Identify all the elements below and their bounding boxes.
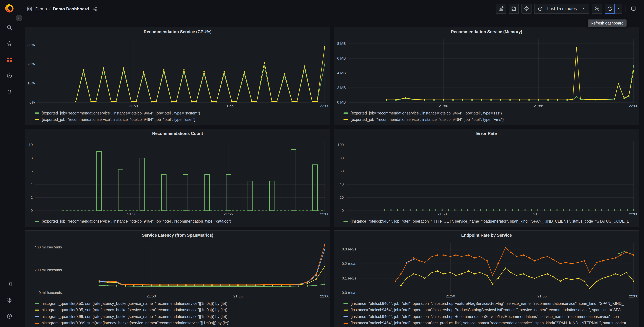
panel: Error Rate02040608010021:5021:5522:00{in… <box>334 128 639 227</box>
legend-series-color <box>344 119 348 120</box>
panel-title[interactable]: Error Rate <box>334 129 639 138</box>
legend-series-label: {exported_job="recommendationservice", i… <box>42 220 231 224</box>
time-series-chart[interactable]: 0 milliseconds200 milliseconds400 millis… <box>25 240 330 299</box>
panel: Endpoint Rate by Service0.0 req/s0.1 req… <box>334 230 639 327</box>
svg-text:21:55: 21:55 <box>538 294 547 298</box>
time-series-chart[interactable]: 02040608010021:5021:5522:00 <box>334 138 639 217</box>
svg-text:2 MB: 2 MB <box>337 86 346 90</box>
panel-title[interactable]: Recommendation Service (Memory) <box>334 27 639 36</box>
legend-item[interactable]: {instance="otelcol:9464", job="otel", op… <box>344 320 636 326</box>
svg-text:0.0 req/s: 0.0 req/s <box>342 290 356 295</box>
svg-text:2: 2 <box>31 196 33 200</box>
alerting-bell-icon[interactable] <box>0 84 19 100</box>
legend-series-color <box>344 112 348 114</box>
explore-compass-icon[interactable] <box>0 68 19 84</box>
svg-text:0 MB: 0 MB <box>337 100 346 104</box>
legend: {exported_job="recommendationservice", i… <box>25 218 330 226</box>
legend-series-label: {instance="otelcol:9464", job="otel", op… <box>350 220 630 224</box>
svg-text:0%: 0% <box>30 100 35 104</box>
legend-item[interactable]: {instance="otelcol:9464", job="otel", op… <box>344 313 636 320</box>
legend-series-label: histogram_quantile(0.95, sum(rate(latenc… <box>42 308 227 312</box>
legend-item[interactable]: {exported_job="recommendationservice", i… <box>34 116 327 123</box>
legend: {exported_job="recommendationservice", i… <box>334 110 639 125</box>
share-icon[interactable] <box>92 6 97 11</box>
legend-item[interactable]: {instance="otelcol:9464", job="otel", op… <box>344 307 636 313</box>
time-series-chart[interactable]: 0%10%20%30%21:5021:5522:00 <box>25 36 330 108</box>
legend: histogram_quantile(0.50, sum(rate(latenc… <box>25 300 330 327</box>
clock-icon <box>538 6 542 11</box>
breadcrumb-root[interactable]: Demo <box>35 6 47 11</box>
legend-item[interactable]: histogram_quantile(0.999, sum(rate(laten… <box>34 320 327 326</box>
svg-text:0.3 req/s: 0.3 req/s <box>342 247 356 251</box>
settings-gear-icon[interactable] <box>0 292 19 308</box>
sign-in-icon[interactable] <box>0 276 19 292</box>
time-range-picker[interactable]: Last 15 minutes <box>534 4 590 14</box>
sidebar: ? <box>0 0 19 327</box>
tv-mode-icon[interactable] <box>628 4 639 14</box>
starred-icon[interactable] <box>0 36 19 52</box>
legend-item[interactable]: {exported_job="recommendationservice", i… <box>34 110 327 116</box>
sidebar-bottom-nav: ? <box>0 276 19 324</box>
legend-series-color <box>34 221 39 222</box>
svg-text:0: 0 <box>342 208 344 213</box>
svg-text:21:50: 21:50 <box>128 104 138 108</box>
dashboard-grid: Recommendation Service (CPU%)0%10%20%30%… <box>25 27 639 327</box>
legend-series-label: {instance="otelcol:9464", job="otel", op… <box>350 308 621 312</box>
legend-item[interactable]: histogram_quantile(0.95, sum(rate(latenc… <box>34 307 327 313</box>
toolbar-divider <box>626 6 626 12</box>
zoom-out-button[interactable] <box>592 4 602 14</box>
legend-series-label: {instance="otelcol:9464", job="otel", op… <box>350 302 624 306</box>
refresh-interval-dropdown[interactable] <box>615 4 622 14</box>
time-series-chart[interactable]: 0.0 req/s0.1 req/s0.2 req/s0.3 req/s21:5… <box>334 240 639 299</box>
grafana-logo[interactable] <box>5 4 14 13</box>
legend-item[interactable]: {instance="otelcol:9464", job="otel", op… <box>344 300 636 307</box>
dashboards-grid-icon[interactable] <box>27 6 32 11</box>
legend-series-label: {exported_job="recommendationservice", i… <box>42 111 200 115</box>
panel-title[interactable]: Recommendations Count <box>25 129 330 138</box>
help-icon[interactable]: ? <box>0 308 19 324</box>
svg-text:6 MB: 6 MB <box>337 56 346 60</box>
svg-text:21:55: 21:55 <box>533 212 542 216</box>
panel-title[interactable]: Endpoint Rate by Service <box>334 231 639 240</box>
legend-series-color <box>344 303 348 304</box>
svg-text:80: 80 <box>340 156 344 160</box>
add-panel-button[interactable] <box>496 4 506 14</box>
svg-text:0 milliseconds: 0 milliseconds <box>38 290 62 295</box>
svg-text:8: 8 <box>31 156 33 160</box>
legend-item[interactable]: histogram_quantile(0.99, sum(rate(latenc… <box>34 313 327 320</box>
svg-text:0.2 req/s: 0.2 req/s <box>342 262 356 266</box>
legend-item[interactable]: {instance="otelcol:9464", job="otel", op… <box>344 218 636 224</box>
legend-series-color <box>34 112 39 114</box>
svg-text:22:00: 22:00 <box>629 212 638 216</box>
svg-text:40: 40 <box>340 182 344 186</box>
time-range-label: Last 15 minutes <box>547 6 577 11</box>
legend-item[interactable]: {exported_job="recommendationservice", i… <box>34 218 327 224</box>
panel: Recommendation Service (CPU%)0%10%20%30%… <box>25 27 330 125</box>
svg-text:21:50: 21:50 <box>127 212 136 216</box>
panel: Recommendation Service (Memory)0 MB2 MB4… <box>334 27 639 125</box>
panel: Service Latency (from SpanMetrics)0 mill… <box>25 230 330 327</box>
legend-item[interactable]: histogram_quantile(0.50, sum(rate(latenc… <box>34 300 327 307</box>
refresh-button[interactable] <box>605 4 615 14</box>
dashboard-settings-button[interactable] <box>522 4 532 14</box>
legend-series-color <box>34 309 39 310</box>
legend-series-color <box>34 322 39 324</box>
dashboards-icon[interactable] <box>0 52 19 68</box>
svg-text:?: ? <box>8 315 10 318</box>
expand-sidebar-button[interactable] <box>16 15 22 21</box>
time-series-chart[interactable]: 0 MB2 MB4 MB6 MB8 MB21:5021:5522:00 <box>334 36 639 108</box>
legend-item[interactable]: {exported_job="recommendationservice", i… <box>344 110 636 116</box>
save-dashboard-button[interactable] <box>509 4 519 14</box>
legend-series-color <box>344 322 348 324</box>
search-icon[interactable] <box>0 20 19 36</box>
breadcrumb-current: Demo Dashboard <box>53 6 89 11</box>
svg-text:20%: 20% <box>27 62 35 66</box>
legend-item[interactable]: {exported_job="recommendationservice", i… <box>344 116 636 123</box>
panel-title[interactable]: Recommendation Service (CPU%) <box>25 27 330 36</box>
time-series-chart[interactable]: 024681021:5021:5522:00 <box>25 138 330 217</box>
legend-series-label: {exported_job="recommendationservice", i… <box>350 118 504 122</box>
legend-series-color <box>344 309 348 310</box>
legend: {exported_job="recommendationservice", i… <box>25 110 330 125</box>
svg-text:22:00: 22:00 <box>629 104 638 108</box>
panel-title[interactable]: Service Latency (from SpanMetrics) <box>25 231 330 240</box>
